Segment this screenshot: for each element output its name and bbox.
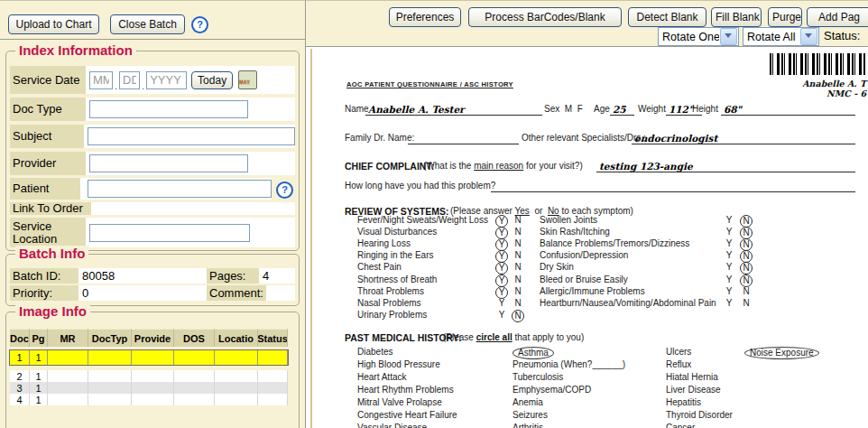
ros-symptom-label: Visual Disturbances xyxy=(357,227,437,237)
sex-label: Sex M F xyxy=(544,104,583,114)
yes-answer: Y xyxy=(495,286,508,299)
doc-cell: 1 xyxy=(10,350,30,365)
image-table-header-mr[interactable]: MR xyxy=(48,329,88,347)
pages-label: Pages: xyxy=(207,268,259,284)
priority-value: 0 xyxy=(78,285,207,301)
fill-blank-button[interactable]: Fill Blank xyxy=(711,7,762,27)
ros-symptom-label: Urinary Problems xyxy=(357,310,427,320)
ros-symptom-label: Shortness of Breath xyxy=(357,274,437,284)
service-date-day-input[interactable] xyxy=(119,71,140,89)
pmh-header: PAST MEDICAL HISTORY: (Please circle all… xyxy=(306,332,868,346)
barcode-image xyxy=(770,53,865,75)
yes-answer: Y xyxy=(495,298,508,309)
calendar-icon[interactable]: MAY xyxy=(238,70,257,89)
no-answer: N xyxy=(512,286,524,297)
pmh-condition: Tuberculosis xyxy=(512,372,563,382)
image-info-title: Image Info xyxy=(15,303,90,319)
patient-input[interactable] xyxy=(88,180,272,198)
comment-value xyxy=(266,285,295,301)
pmh-condition: Vascular Disease xyxy=(357,423,427,428)
patient-name-header: Anabelle A. T xyxy=(802,79,866,88)
doc-type-input[interactable] xyxy=(89,100,248,118)
no-answer: N xyxy=(512,274,524,285)
subject-input[interactable] xyxy=(88,127,295,145)
batch-id-value: 80058 xyxy=(78,268,207,284)
pmh-condition: Hiatal Hernia xyxy=(666,372,718,382)
empty-cell xyxy=(132,382,174,394)
doc-type-row: Doc Type xyxy=(10,98,295,121)
yes-answer: Y xyxy=(495,227,508,239)
empty-cell xyxy=(215,370,258,382)
image-table-row[interactable]: 11 xyxy=(10,350,288,365)
pmh-condition: Hepatitis xyxy=(666,397,701,407)
batch-info-section: Batch Info Batch ID: 80058 Pages: 4 Prio… xyxy=(5,254,300,306)
ros-row: Ringing in the EarsYNConfusion/Depressio… xyxy=(306,250,868,262)
close-batch-button[interactable]: Close Batch xyxy=(110,14,185,34)
image-table-header-provide[interactable]: Provide xyxy=(132,329,174,347)
no-answer: N xyxy=(512,227,524,237)
index-information-section: Index Information Service Date . . Today… xyxy=(5,51,300,251)
detect-blank-button[interactable]: Detect Blank xyxy=(628,7,706,27)
yes-answer: Y xyxy=(723,215,735,226)
image-table-header-dos[interactable]: DOS xyxy=(174,329,215,347)
empty-cell xyxy=(258,370,288,382)
chief-complaint-label: CHIEF COMPLAINT: xyxy=(345,161,434,172)
image-table-header-doc[interactable]: Doc xyxy=(10,329,30,347)
no-answer: N xyxy=(512,310,524,322)
document-title: AOC PATIENT QUESTIONNAIRE / ASC HISTORY xyxy=(346,80,513,88)
empty-cell xyxy=(215,394,258,405)
clinic-header: NMC - 6 xyxy=(826,88,866,98)
preferences-button[interactable]: Preferences xyxy=(389,7,461,27)
service-date-month-input[interactable] xyxy=(89,71,113,89)
service-date-year-input[interactable] xyxy=(146,71,187,89)
image-table-row[interactable]: 41 xyxy=(10,394,288,405)
no-answer: N xyxy=(512,238,524,249)
rotate-all-select[interactable]: Rotate All xyxy=(743,27,819,46)
pg-cell: 1 xyxy=(30,370,48,382)
purge-button[interactable]: Purge xyxy=(768,7,802,27)
image-table-header-locatio[interactable]: Locatio xyxy=(215,329,258,347)
chevron-down-icon xyxy=(800,28,817,45)
patient-label: Patient xyxy=(10,178,80,200)
image-table-row[interactable]: 31 xyxy=(10,382,288,394)
doc-type-label: Doc Type xyxy=(10,98,86,121)
index-information-title: Index Information xyxy=(15,42,136,58)
help-icon[interactable]: ? xyxy=(191,16,208,33)
pmh-row: DiabetesAsthmaUlcersNoise Exposure xyxy=(306,347,868,358)
patient-help-icon[interactable]: ? xyxy=(276,181,293,199)
image-table-header-pg[interactable]: Pg xyxy=(30,329,48,347)
pmh-condition: Reflux xyxy=(666,359,691,369)
service-location-input[interactable] xyxy=(89,224,250,242)
empty-cell xyxy=(48,370,88,382)
add-page-button[interactable]: Add Pag xyxy=(807,7,868,27)
image-table-header-status[interactable]: Status xyxy=(258,329,288,347)
provider-input[interactable] xyxy=(89,154,248,172)
priority-label: Priority: xyxy=(10,285,78,301)
pmh-condition: Diabetes xyxy=(357,347,392,357)
today-button[interactable]: Today xyxy=(191,71,233,89)
no-answer: N xyxy=(740,238,753,251)
pmh-condition: Pneumonia (When?______) xyxy=(512,359,625,369)
rotate-one-select[interactable]: Rotate One xyxy=(658,27,739,46)
no-answer: N xyxy=(740,215,753,228)
age-label: Age xyxy=(594,104,610,114)
no-answer: N xyxy=(740,227,753,239)
document-viewer[interactable]: AOC PATIENT QUESTIONNAIRE / ASC HISTORY … xyxy=(306,47,868,428)
height-value: 68" xyxy=(721,104,855,116)
ros-symptom-label: Balance Problems/Tremors/Dizziness xyxy=(540,238,689,248)
upload-to-chart-button[interactable]: Upload to Chart xyxy=(8,14,99,34)
pmh-row: Heart AttackTuberculosisHiatal Hernia xyxy=(306,372,868,384)
ros-row: Fever/Night Sweats/Weight LossYNSwollen … xyxy=(306,215,868,227)
service-location-row: Service Location xyxy=(10,218,295,247)
empty-cell xyxy=(174,370,215,382)
empty-cell xyxy=(174,350,215,365)
image-table-header-doctyp[interactable]: DocTyp xyxy=(88,329,132,347)
image-table-row[interactable]: 21 xyxy=(10,370,288,382)
pmh-condition: Cancer xyxy=(666,423,695,428)
pmh-subtitle: (Please circle all that apply to you) xyxy=(443,332,584,342)
no-answer: N xyxy=(740,286,753,297)
batch-indexing-app: Upload to Chart Close Batch ? Preference… xyxy=(0,0,868,428)
process-barcodes-blank-button[interactable]: Process BarCodes/Blank xyxy=(468,7,622,27)
name-value: Anabelle A. Tester xyxy=(365,104,542,116)
empty-cell xyxy=(174,382,215,394)
